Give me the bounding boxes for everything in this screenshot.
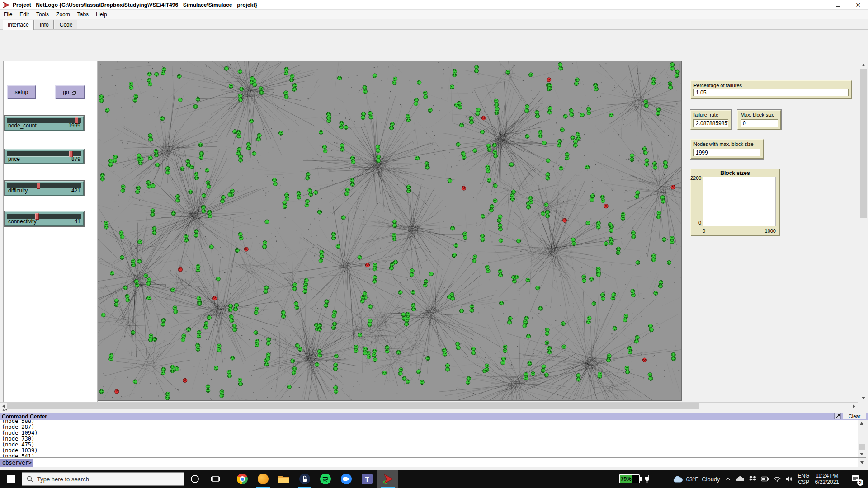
horizontal-scrollbar[interactable] xyxy=(0,402,858,409)
window-title: Project - NetLogo {C:\Users\lassa\Dropbo… xyxy=(13,2,257,8)
task-view-icon xyxy=(211,475,220,483)
plot-x-max-label: 1000 xyxy=(765,228,776,234)
tab-info[interactable]: Info xyxy=(35,20,54,29)
close-button[interactable]: ✕ xyxy=(848,0,868,10)
tray-battery-icon[interactable] xyxy=(761,476,769,482)
command-center-output: (node 588) (node 287) (node 1094) (node … xyxy=(0,420,858,457)
taskbar-search-box[interactable]: Type here to search xyxy=(22,472,184,486)
battery-percent-label: 79% xyxy=(620,475,633,483)
battery-widget[interactable]: 79% xyxy=(619,470,651,488)
search-icon xyxy=(27,476,33,483)
time: 11:24 PM xyxy=(816,473,838,479)
menu-help[interactable]: Help xyxy=(92,10,111,19)
dropbox-icon[interactable] xyxy=(749,476,756,482)
observer-prompt: observer> xyxy=(0,459,33,467)
output-scrollbar[interactable] xyxy=(858,420,866,457)
app-icon-teams[interactable]: T xyxy=(357,470,377,488)
output-line: (node 541) xyxy=(2,454,858,457)
wifi-icon[interactable] xyxy=(774,476,781,482)
task-view-button[interactable] xyxy=(205,470,226,488)
battery-gauge: 79% xyxy=(619,474,640,483)
app-icon-zoom[interactable] xyxy=(336,470,357,488)
folder-icon xyxy=(278,474,290,484)
plot-title: Block sizes xyxy=(690,170,780,176)
node-count-slider[interactable]: node_count1999 xyxy=(5,116,84,131)
output-scroll-thumb[interactable] xyxy=(859,444,865,450)
app-icon-netlogo-active[interactable] xyxy=(377,470,398,488)
price-slider[interactable]: price879 xyxy=(5,149,84,164)
app-icon-chrome[interactable] xyxy=(232,470,253,488)
speaker-icon[interactable] xyxy=(785,476,793,482)
tab-interface[interactable]: Interface xyxy=(3,20,34,30)
teams-icon: T xyxy=(362,474,373,484)
monitor-max-block-size: Max. block size 0 xyxy=(737,110,781,130)
vertical-scroll-thumb[interactable] xyxy=(860,69,867,218)
app-icon-orange-circle[interactable] xyxy=(253,470,274,488)
scroll-up-arrow[interactable] xyxy=(860,422,863,425)
vertical-scrollbar[interactable] xyxy=(859,61,868,402)
menu-edit[interactable]: Edit xyxy=(16,10,33,19)
language-indicator[interactable]: ENG CSP xyxy=(798,470,810,488)
tab-bar: Interface Info Code xyxy=(0,19,868,30)
cortana-button[interactable] xyxy=(184,470,205,488)
netlogo-window: Project - NetLogo {C:\Users\lassa\Dropbo… xyxy=(0,0,868,488)
scroll-down-arrow[interactable] xyxy=(860,453,863,455)
scroll-down-arrow[interactable] xyxy=(862,397,865,399)
maximize-icon xyxy=(836,3,840,7)
expand-arrows-icon xyxy=(835,414,840,418)
interface-toolbar: Edit Delete + Add abc $ Slider ▼ normal … xyxy=(0,30,868,61)
tab-code[interactable]: Code xyxy=(55,20,78,29)
app-icon-file-explorer[interactable] xyxy=(274,470,294,488)
app-icon-spotify[interactable] xyxy=(315,470,336,488)
scroll-right-arrow[interactable] xyxy=(853,404,855,408)
command-center-header: Command Center xyxy=(0,413,868,420)
taskbar: Type here to search xyxy=(0,470,868,488)
menu-tools[interactable]: Tools xyxy=(33,10,52,19)
onedrive-icon[interactable] xyxy=(736,476,745,482)
go-button[interactable]: go xyxy=(55,85,85,99)
scroll-left-arrow[interactable] xyxy=(2,404,5,408)
command-center-title: Command Center xyxy=(2,413,47,420)
output-line: (node 730) xyxy=(2,436,858,442)
menu-tabs[interactable]: Tabs xyxy=(74,10,92,19)
app-icon-password-manager[interactable] xyxy=(294,470,315,488)
maximize-button[interactable] xyxy=(828,0,848,10)
output-line: (node 475) xyxy=(2,442,858,448)
date: 6/22/2021 xyxy=(815,479,839,485)
difficulty-slider[interactable]: difficulty421 xyxy=(5,181,84,196)
plug-icon xyxy=(644,475,651,483)
minimize-button[interactable] xyxy=(808,0,828,10)
widget-panel xyxy=(4,61,98,402)
scroll-up-arrow[interactable] xyxy=(862,64,865,66)
tray-chevron-up-icon[interactable] xyxy=(725,477,731,481)
panel-edge xyxy=(0,61,4,402)
horizontal-scroll-thumb[interactable] xyxy=(7,403,699,409)
output-line: (node 1094) xyxy=(2,430,858,436)
minimize-icon xyxy=(816,5,821,5)
setup-button[interactable]: setup xyxy=(7,85,36,99)
world-view[interactable] xyxy=(98,61,682,401)
clear-button[interactable]: Clear xyxy=(843,413,866,419)
weather-cloud-icon xyxy=(672,475,683,483)
weather-widget[interactable]: 63°F Cloudy xyxy=(672,470,720,488)
lock-app-icon xyxy=(299,474,310,484)
command-center-expand-button[interactable] xyxy=(834,413,841,419)
plot-y-min-label: 0 xyxy=(690,220,701,225)
command-history-dropdown[interactable] xyxy=(858,457,866,467)
menu-bar: File Edit Tools Zoom Tabs Help xyxy=(0,10,868,19)
notification-center-button[interactable]: 2 xyxy=(843,470,868,488)
clock[interactable]: 11:24 PM 6/22/2021 xyxy=(815,470,839,488)
command-line[interactable]: observer> xyxy=(0,457,858,467)
menu-file[interactable]: File xyxy=(0,10,16,19)
netlogo-icon xyxy=(382,473,394,485)
forever-arrows-icon xyxy=(71,90,77,96)
netlogo-app-icon xyxy=(3,2,10,8)
chevron-down-icon xyxy=(860,461,864,464)
menu-zoom[interactable]: Zoom xyxy=(52,10,74,19)
connectivity-slider[interactable]: connectivity41 xyxy=(5,211,84,226)
splitter-handle[interactable] xyxy=(2,409,7,413)
zoom-camera-icon xyxy=(341,474,352,484)
taskbar-divider xyxy=(229,474,229,484)
start-button[interactable] xyxy=(0,470,22,488)
title-bar: Project - NetLogo {C:\Users\lassa\Dropbo… xyxy=(0,0,868,10)
